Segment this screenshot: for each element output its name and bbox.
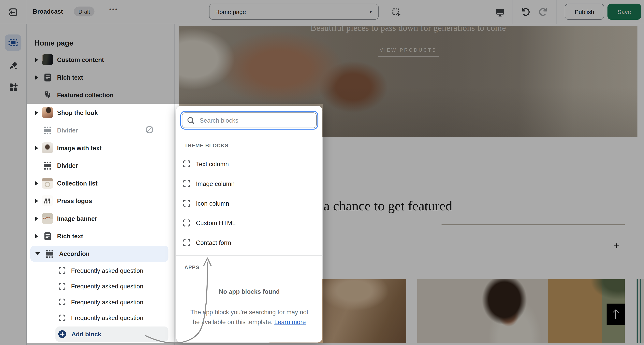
search-blocks-input[interactable] (199, 116, 312, 124)
image-with-text-thumbnail (42, 142, 53, 153)
sidebar-item-accordion[interactable]: Accordion (27, 245, 174, 262)
sidebar-item-collection-list[interactable]: Collection list (27, 174, 174, 192)
image-banner-thumbnail (42, 213, 53, 224)
desktop-preview-button[interactable] (494, 6, 506, 18)
desktop-monitor-icon (495, 7, 505, 17)
caret-right-icon[interactable] (35, 234, 38, 238)
caret-right-icon[interactable] (35, 216, 38, 221)
sidebar-item-image-with-text[interactable]: Image with text (27, 139, 174, 157)
block-item-faq[interactable]: Frequently asked question (27, 294, 174, 310)
block-brackets-icon (182, 238, 191, 247)
paint-brush-icon (8, 60, 18, 71)
block-item-faq[interactable]: Frequently asked question (27, 278, 174, 294)
divider-section-icon (42, 160, 53, 171)
popup-item-custom-html[interactable]: Custom HTML (176, 213, 322, 233)
rich-text-icon (42, 231, 53, 242)
status-badge: Draft (74, 6, 94, 16)
caret-right-icon[interactable] (35, 146, 38, 150)
sidebar-item-divider[interactable]: Divider (27, 157, 174, 174)
block-item-faq[interactable]: Frequently asked question (27, 310, 174, 326)
plus-circle-icon (58, 330, 67, 339)
view-products-link[interactable]: VIEW PRODUCTS (380, 47, 437, 52)
learn-more-link[interactable]: Learn more (274, 318, 306, 325)
add-block-popover: THEME BLOCKS Text column Image column Ic… (176, 106, 322, 343)
chevron-down-icon: ▼ (369, 10, 372, 14)
sections-sidebar: Home page Custom content Rich text Featu… (27, 24, 174, 345)
marquee-heading: a chance to get featured (324, 199, 452, 214)
caret-right-icon[interactable] (35, 111, 38, 115)
caret-right-icon[interactable] (35, 75, 38, 79)
toolbar-divider (512, 0, 513, 24)
divider-section-icon (42, 125, 53, 136)
redo-button[interactable] (537, 6, 550, 18)
caret-right-icon[interactable] (35, 57, 38, 62)
more-options-button[interactable]: ••• (107, 5, 120, 13)
search-icon (186, 116, 195, 125)
page-selector-value: Home page (215, 8, 246, 15)
sidebar-item-rich-text-2[interactable]: Rich text (27, 227, 174, 245)
scroll-to-top-button[interactable] (607, 304, 625, 325)
sidebar-item-image-banner[interactable]: Image banner (27, 210, 174, 227)
custom-content-thumbnail (42, 54, 53, 65)
cta-underline (378, 56, 438, 56)
top-toolbar: Broadcast Draft ••• Home page ▼ (0, 0, 644, 24)
sections-panel-button[interactable] (5, 34, 21, 51)
accordion-section-icon (44, 248, 55, 259)
sidebar-item-custom-content[interactable]: Custom content (27, 51, 174, 68)
page-selector-dropdown[interactable]: Home page ▼ (209, 4, 379, 20)
shop-the-look-thumbnail (42, 107, 53, 118)
apps-panel-button[interactable] (5, 79, 21, 95)
exit-icon (8, 7, 18, 17)
toolbar-divider (27, 0, 27, 24)
accordion-plus-toggle[interactable]: + (611, 240, 622, 251)
gallery-image-edge (636, 279, 644, 343)
block-brackets-icon (182, 218, 191, 227)
sidebar-item-featured-collection[interactable]: Featured collection (27, 86, 174, 104)
undo-button[interactable] (519, 6, 531, 18)
theme-editor-screen: Broadcast Draft ••• Home page ▼ (0, 0, 644, 345)
block-brackets-icon (58, 314, 66, 322)
editor-left-rail (0, 24, 27, 345)
publish-button[interactable]: Publish (565, 4, 604, 20)
press-logos-thumbnail (42, 195, 53, 206)
sidebar-item-rich-text[interactable]: Rich text (27, 69, 174, 86)
popup-item-image-column[interactable]: Image column (176, 173, 322, 193)
block-brackets-icon (58, 282, 66, 290)
sidebar-item-divider-hidden[interactable]: Divider (27, 121, 174, 139)
preview-divider-line (442, 224, 625, 225)
popup-item-text-column[interactable]: Text column (176, 154, 322, 173)
no-app-blocks-title: No app blocks found (176, 288, 322, 295)
gallery-image-model-portrait (417, 279, 625, 343)
caret-down-icon[interactable] (35, 252, 40, 255)
collection-list-thumbnail (42, 178, 53, 189)
rich-text-icon (42, 72, 53, 83)
block-item-faq[interactable]: Frequently asked question (27, 263, 174, 278)
sidebar-item-press-logos[interactable]: Press logos (27, 192, 174, 210)
search-field-focus-ring (180, 111, 318, 130)
block-brackets-icon (182, 179, 191, 188)
apps-grid-icon (8, 82, 18, 92)
hero-heading: Beautiful pieces to pass down for genera… (179, 26, 638, 33)
save-button[interactable]: Save (608, 4, 641, 20)
block-brackets-icon (58, 266, 66, 275)
add-block-button[interactable]: Add block (56, 327, 168, 342)
caret-right-icon[interactable] (35, 181, 38, 185)
theme-blocks-heading: THEME BLOCKS (184, 143, 228, 148)
theme-name: Broadcast (33, 8, 63, 15)
price-tags-icon (42, 89, 53, 100)
popup-item-contact-form[interactable]: Contact form (176, 233, 322, 252)
caret-right-icon[interactable] (35, 199, 38, 203)
apps-heading: APPS (184, 265, 200, 270)
sidebar-page-title: Home page (34, 39, 73, 48)
sidebar-item-shop-the-look[interactable]: Shop the look (27, 104, 174, 121)
eye-slash-icon[interactable] (144, 124, 155, 136)
popup-item-icon-column[interactable]: Icon column (176, 193, 322, 213)
exit-editor-button[interactable] (7, 6, 19, 18)
block-brackets-icon (182, 199, 191, 207)
arrow-up-icon (610, 308, 621, 320)
redo-icon (538, 6, 549, 17)
inspect-select-button[interactable] (390, 6, 402, 18)
theme-settings-panel-button[interactable] (5, 57, 21, 74)
toolbar-divider (556, 0, 557, 24)
select-element-icon (391, 7, 402, 17)
